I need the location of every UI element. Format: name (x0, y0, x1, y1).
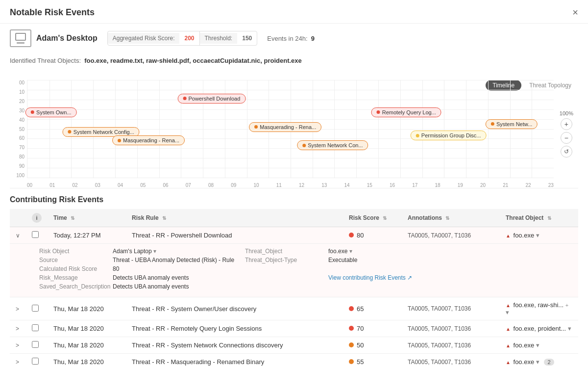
events-count: 9 (311, 35, 315, 42)
rule-cell: Threat - RR - System Owner/User discover… (126, 297, 343, 320)
threat-cell: ▲ foo.exe ▾ 2 (500, 354, 578, 368)
threat-obj-link[interactable]: foo.exe, proident... (514, 325, 566, 332)
table-row: > Thu, Mar 18 2020 Threat - RR - Masquer… (10, 354, 578, 368)
th-risk-rule[interactable]: Risk Rule ⇅ (126, 209, 343, 227)
th-time[interactable]: Time ⇅ (48, 209, 126, 227)
zoom-out-button[interactable]: − (561, 132, 572, 144)
detail-cell: Risk Object Adam's Laptop ▾ Threat_Objec… (10, 244, 578, 297)
event-bubble-9[interactable]: System Netw... (486, 119, 538, 129)
v-line (400, 80, 401, 178)
score-cell: 80 (343, 227, 402, 244)
v-line (378, 80, 379, 178)
threat-dropdown-icon[interactable]: ▾ (506, 309, 509, 316)
risk-dot (349, 326, 354, 331)
row-checkbox[interactable] (32, 305, 39, 312)
time-cell: Today, 12:27 PM (48, 227, 126, 244)
event-bubble-5[interactable]: Masquerading - Rena... (249, 122, 321, 132)
v-line (422, 80, 423, 178)
annotations-cell: TA0005, TA0007, T1036 (402, 337, 500, 354)
expand-cell: ∨ (10, 227, 26, 244)
risk-dot (349, 342, 354, 347)
threshold-value: 150 (237, 33, 257, 44)
threat-dropdown-icon[interactable]: ▾ (536, 358, 539, 366)
row-checkbox[interactable] (32, 231, 39, 238)
bubble-dot (416, 134, 419, 137)
threshold-label: Threshold: (200, 33, 238, 44)
modal-header: Notable Risk Events × (0, 0, 588, 24)
th-threat-object[interactable]: Threat Object ⇅ (500, 209, 578, 227)
threat-dropdown-icon[interactable]: ▾ (536, 342, 539, 349)
bubble-dot (377, 110, 380, 114)
bubble-dot (302, 144, 306, 147)
score-cell: 65 (343, 297, 402, 320)
th-annotations[interactable]: Annotations ⇅ (402, 209, 500, 227)
source-label: Source (39, 257, 108, 263)
rule-cell: Threat - RR - Remotely Query Login Sessi… (126, 320, 343, 337)
threat-type-label: Threat_Object-Type (245, 257, 323, 263)
v-line (334, 80, 335, 178)
row-expand-button[interactable]: > (16, 306, 19, 313)
threat-cell: ▲ foo.exe ▾ (500, 227, 578, 244)
device-name: Adam's Desktop (36, 34, 98, 43)
threat-object-value2: foo.exe ▾ (328, 248, 568, 255)
bubble-dot (68, 130, 72, 133)
event-bubble-3[interactable]: Masquerading - Rena... (112, 135, 185, 145)
bubble-dot (31, 110, 34, 114)
v-line (159, 80, 160, 178)
th-risk-score[interactable]: Risk Score ⇅ (343, 209, 402, 227)
risk-dot (349, 359, 354, 364)
threat-up-icon: ▲ (506, 343, 511, 348)
zoom-in-button[interactable]: + (561, 118, 572, 130)
row-checkbox[interactable] (32, 358, 39, 365)
close-button[interactable]: × (572, 7, 578, 18)
event-bubble-7[interactable]: Remotely Query Log... (371, 107, 441, 117)
zoom-reset-button[interactable]: ↺ (561, 146, 572, 158)
check-cell (26, 354, 48, 368)
threat-up-icon: ▲ (506, 360, 511, 365)
event-bubble-4[interactable]: Powershell Download (178, 94, 246, 104)
row-expand-button[interactable]: > (16, 325, 19, 332)
row-expand-button[interactable]: > (16, 359, 19, 366)
expand-cell: > (10, 337, 26, 354)
modal-container: Notable Risk Events × Adam's Desktop Agg… (0, 0, 588, 368)
check-cell (26, 320, 48, 337)
row-checkbox[interactable] (32, 324, 39, 331)
th-expand (10, 209, 26, 227)
count-badge: 2 (544, 359, 554, 366)
detail-grid: Risk Object Adam's Laptop ▾ Threat_Objec… (39, 248, 568, 290)
info-icon[interactable]: i (32, 213, 42, 223)
row-expand-button[interactable]: ∨ (16, 232, 20, 239)
chart-plot: System Own... System Network Config... M… (27, 80, 554, 178)
view-contributing-link[interactable]: View contributing Risk Events ↗ (328, 274, 568, 281)
saved-search-label: Saved_Search_Description (39, 283, 108, 290)
annotations-cell: TA0005, TA0007, T1036 (402, 227, 500, 244)
v-line (466, 80, 466, 178)
bubble-dot (254, 125, 258, 129)
event-bubble-1[interactable]: System Own... (25, 107, 77, 117)
annotations-cell: TA0005, TA0007, T1036 (402, 354, 500, 368)
threat-object-label2: Threat_Object (245, 248, 323, 255)
row-expand-button[interactable]: > (16, 342, 19, 349)
v-line (488, 80, 489, 178)
threat-obj-link[interactable]: foo.exe (514, 232, 535, 239)
th-check: i (26, 209, 48, 227)
threat-obj-link[interactable]: foo.exe (514, 358, 535, 366)
rule-cell: Threat - RR - Masquerading - Renamed Bin… (126, 354, 343, 368)
threat-objects-values: foo.exe, readme.txt, raw-shield.pdf, occ… (84, 57, 302, 64)
row-checkbox[interactable] (32, 341, 39, 348)
risk-object-dropdown[interactable]: ▾ (153, 248, 156, 255)
check-cell (26, 337, 48, 354)
event-bubble-8[interactable]: Permission Group Disc... (411, 131, 487, 140)
threat-dropdown-icon[interactable]: ▾ (536, 232, 539, 239)
threat-obj-link[interactable]: foo.exe, raw-shi... (514, 301, 564, 309)
device-header: Adam's Desktop Aggregated Risk Score: 20… (0, 24, 588, 70)
event-bubble-6[interactable]: System Network Con... (297, 140, 368, 150)
threat-dropdown-icon[interactable]: ▾ (568, 325, 571, 332)
threat-obj-dropdown[interactable]: ▾ (349, 248, 352, 255)
table-row: > Thu, Mar 18 2020 Threat - RR - System … (10, 297, 578, 320)
threat-obj-link[interactable]: foo.exe (514, 342, 535, 349)
risk-score-label: Aggregated Risk Score: (108, 33, 180, 44)
calc-score-label: Calculated Risk Score (39, 265, 108, 272)
v-line (444, 80, 444, 178)
threat-up-icon: ▲ (506, 303, 511, 308)
